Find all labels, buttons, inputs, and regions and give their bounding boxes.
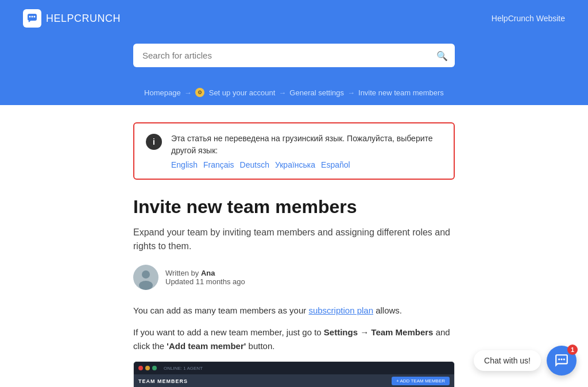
breadcrumb-bar: Homepage → ⚙ Set up your account → Gener… [0, 83, 588, 105]
notice-body: Эта статья не переведена на грузинский я… [171, 133, 442, 169]
breadcrumb-home[interactable]: Homepage [144, 88, 181, 97]
search-wrapper: 🔍 [133, 44, 455, 67]
chat-bubble[interactable]: Chat with us! [474, 350, 541, 371]
page-header: HELPCRUNCH HelpCrunch Website [0, 0, 588, 37]
screenshot-online-status: ONLINE: 1 AGENT [164, 366, 203, 371]
translation-notice: i Эта статья не переведена на грузинский… [133, 122, 455, 180]
notice-text: Эта статья не переведена на грузинский я… [171, 133, 442, 157]
svg-point-6 [139, 281, 153, 290]
svg-point-2 [32, 16, 33, 18]
svg-point-5 [142, 270, 150, 278]
ss-dot-red [138, 366, 143, 370]
logo-text: HELPCRUNCH [46, 13, 121, 25]
author-info: Written by Ana Updated 11 months ago [165, 269, 245, 286]
ss-dot-yellow [145, 366, 150, 370]
breadcrumb-setup-icon: ⚙ [195, 88, 204, 97]
article-body: Invite new team members Expand your team… [133, 196, 455, 387]
chat-icon [554, 353, 569, 368]
chat-button[interactable]: 1 [547, 346, 577, 376]
logo-icon [23, 9, 41, 28]
breadcrumb-arrow-3: → [347, 88, 355, 97]
svg-point-7 [558, 358, 560, 360]
lang-francais[interactable]: Français [203, 160, 234, 169]
breadcrumb-setup[interactable]: Set up your account [209, 88, 276, 97]
subscription-plan-link[interactable]: subscription plan [308, 305, 373, 315]
website-link[interactable]: HelpCrunch Website [492, 14, 565, 23]
screenshot-preview: ONLINE: 1 AGENT TEAM MEMBERS + ADD TEAM … [133, 361, 455, 387]
breadcrumb-arrow-2: → [278, 88, 286, 97]
lang-ukrainian[interactable]: Українська [275, 160, 315, 169]
author-row: Written by Ana Updated 11 months ago [133, 265, 455, 290]
breadcrumb-current: Invite new team members [358, 88, 444, 97]
chat-widget: Chat with us! 1 [474, 346, 577, 376]
ss-dot-green [152, 366, 157, 370]
author-written-by: Written by Ana [165, 269, 245, 277]
svg-point-9 [563, 358, 565, 360]
screenshot-topbar: ONLINE: 1 AGENT [134, 362, 454, 374]
svg-point-3 [34, 16, 36, 18]
lang-espanol[interactable]: Español [321, 160, 350, 169]
article-title: Invite new team members [133, 196, 455, 218]
notice-languages: English Français Deutsch Українська Espa… [171, 160, 442, 169]
breadcrumb: Homepage → ⚙ Set up your account → Gener… [144, 88, 444, 97]
author-avatar [133, 265, 158, 290]
search-section: 🔍 [0, 37, 588, 83]
lang-english[interactable]: English [171, 160, 198, 169]
screenshot-team-members-label: TEAM MEMBERS [138, 378, 188, 384]
search-input[interactable] [133, 44, 455, 67]
chat-badge: 1 [567, 345, 578, 355]
main-content: i Эта статья не переведена на грузинский… [0, 105, 588, 387]
article-updated: Updated 11 months ago [165, 277, 245, 286]
article-para-1: You can add as many team members as your… [133, 304, 455, 318]
article-subtitle: Expand your team by inviting team member… [133, 226, 455, 253]
svg-point-8 [560, 358, 562, 360]
search-icon: 🔍 [436, 50, 448, 61]
screenshot-add-btn: + ADD TEAM MEMBER [392, 377, 450, 385]
article-para-2: If you want to add a new team member, ju… [133, 326, 455, 353]
svg-point-1 [29, 16, 31, 18]
logo[interactable]: HELPCRUNCH [23, 9, 121, 28]
breadcrumb-general[interactable]: General settings [289, 88, 344, 97]
notice-icon: i [146, 134, 162, 150]
lang-deutsch[interactable]: Deutsch [240, 160, 269, 169]
breadcrumb-arrow-1: → [184, 88, 192, 97]
